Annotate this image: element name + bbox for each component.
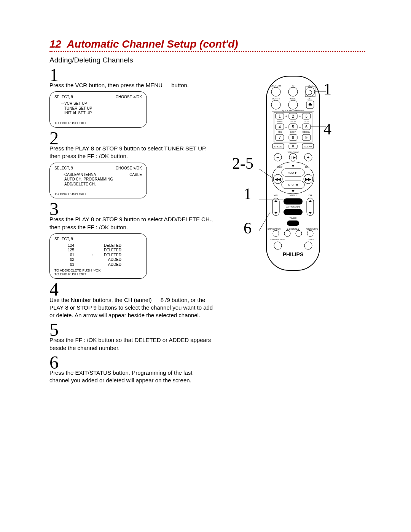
osd3-footer2: TO END PUSH EXIT xyxy=(54,272,142,276)
osd2-arrow-icon: → xyxy=(61,173,64,177)
lbl-quick: QUICK PROGRAMMING xyxy=(282,109,304,112)
btn-smartpicture[interactable] xyxy=(274,242,282,249)
lbl-cbldbs: CBL / DBS xyxy=(271,85,282,87)
svg-text:+: + xyxy=(285,115,287,118)
step-1-text: Press the VCR button, then press the MEN… xyxy=(49,81,213,89)
step-6-number: 6 xyxy=(49,354,213,371)
svg-text:CH: CH xyxy=(309,194,312,197)
svg-text:AUDIO/MUTE: AUDIO/MUTE xyxy=(306,228,318,230)
btn-skipsearch-l[interactable] xyxy=(273,230,279,236)
page-title: Automatic Channel Setup (cont'd) xyxy=(67,38,238,50)
svg-text:DBS: DBS xyxy=(278,131,282,133)
osd3-ch-2: 01 xyxy=(61,253,74,258)
osd2-select: SELECT, 9 xyxy=(54,166,73,170)
step-2-number: 2 xyxy=(49,130,213,146)
osd3-ch-0: 124 xyxy=(61,243,74,248)
svg-text:PLAY ▶: PLAY ▶ xyxy=(288,171,297,174)
svg-text:◀◀ INDEX ▶▶: ◀◀ INDEX ▶▶ xyxy=(287,228,299,230)
page-number: 12 xyxy=(49,38,61,50)
svg-text:–: – xyxy=(277,155,279,160)
osd3-st-3: ADDED xyxy=(108,257,121,262)
osd3-footer1: TO ADD/DELETE PUSH >/OK xyxy=(54,268,142,272)
btn-tv[interactable] xyxy=(288,87,298,96)
osd1-item3: INITIAL SET UP xyxy=(64,111,92,115)
step-2-text: Press the PLAY 8 or STOP 9 button to sel… xyxy=(49,145,213,160)
btn-index-r[interactable] xyxy=(296,230,302,236)
svg-text:SMARTPICTURE: SMARTPICTURE xyxy=(270,238,285,241)
btn-menu[interactable] xyxy=(284,198,303,204)
osd3-ch-1: 125 xyxy=(61,248,74,253)
btn-exitstatus[interactable] xyxy=(284,209,303,215)
osd-screen-1: SELECT, 9 CHOOSE >/OK →VCR SET UP TUNER … xyxy=(49,91,147,128)
btn-timer[interactable] xyxy=(287,220,299,226)
svg-text:+: + xyxy=(307,155,309,160)
svg-text:SPEED: SPEED xyxy=(274,145,282,148)
svg-text:8: 8 xyxy=(292,136,294,140)
step-6-text: Press the EXIT/STATUS button. Programmin… xyxy=(49,369,213,385)
section-subtitle: Adding/Deleting Channels xyxy=(49,56,365,64)
svg-text:❙▶: ❙▶ xyxy=(291,156,296,159)
step-3: 3 Press the PLAY 8 or STOP 9 button to s… xyxy=(49,201,213,279)
lbl-power: POWER xyxy=(289,97,298,100)
svg-text:STILL/SLOW: STILL/SLOW xyxy=(287,151,299,153)
btn-cbldbs[interactable] xyxy=(271,87,280,96)
osd-screen-3: SELECT, 9 124DELETED 125DELETED 01– – –→… xyxy=(49,233,147,279)
svg-text:STOP ■: STOP ■ xyxy=(288,184,298,186)
osd1-item1: VCR SET UP xyxy=(64,101,87,105)
osd1-item2: TUNER SET UP xyxy=(64,106,92,110)
osd3-select: SELECT, 9 xyxy=(54,237,73,241)
btn-index-l[interactable] xyxy=(284,230,290,236)
lbl-vcrtv: VCR/TV xyxy=(272,97,280,100)
svg-text:MENU: MENU xyxy=(290,194,296,197)
svg-text:TIMER: TIMER xyxy=(290,217,297,219)
svg-text:4: 4 xyxy=(279,125,281,129)
svg-text:◀◀: ◀◀ xyxy=(275,177,281,181)
svg-point-1 xyxy=(306,87,315,96)
osd2-l1b: CABLE xyxy=(129,173,142,177)
svg-text:0: 0 xyxy=(292,144,294,148)
btn-vcr[interactable] xyxy=(306,87,315,96)
step-5: 5 Press the FF : /OK button so that DELE… xyxy=(49,321,213,352)
svg-text:START: START xyxy=(277,120,283,123)
step-4-text: Use the Number buttons, the CH (annel) 8… xyxy=(49,296,213,320)
svg-text:VOL: VOL xyxy=(274,194,279,197)
step-4: 4 Use the Number buttons, the CH (annel)… xyxy=(49,281,213,319)
svg-text:STOP: STOP xyxy=(290,120,296,123)
svg-text:7: 7 xyxy=(279,136,281,140)
osd2-footer: TO END PUSH EXIT xyxy=(54,192,142,196)
svg-text:REW: REW xyxy=(277,166,282,168)
osd3-st-2: DELETED xyxy=(104,253,121,258)
svg-text:2: 2 xyxy=(292,114,294,118)
svg-text:SKIP SEARCH: SKIP SEARCH xyxy=(268,228,280,230)
svg-text:+: + xyxy=(299,115,301,118)
btn-eject[interactable] xyxy=(306,101,314,109)
svg-text:1: 1 xyxy=(279,114,281,118)
lbl-eject: EJECT xyxy=(306,97,314,100)
step-1: 1 Press the VCR button, then press the M… xyxy=(49,67,213,128)
lbl-tv: TV xyxy=(292,85,295,87)
btn-vcrtv[interactable] xyxy=(271,100,280,109)
svg-text:–: – xyxy=(285,125,287,129)
osd1-footer: TO END PUSH EXIT xyxy=(54,121,142,125)
btn-power[interactable] xyxy=(288,100,298,109)
svg-text:DAILY: DAILY xyxy=(290,131,296,133)
step-3-text: Press the PLAY 8 or STOP 9 button to sel… xyxy=(49,216,213,231)
osd2-choose: CHOOSE >/OK xyxy=(116,166,142,170)
step-6: 6 Press the EXIT/STATUS button. Programm… xyxy=(49,354,213,385)
osd2-l3: ADD/DELETE CH. xyxy=(64,182,96,186)
step-5-number: 5 xyxy=(49,321,213,338)
svg-text:5: 5 xyxy=(292,125,294,129)
osd-screen-2: SELECT, 9 CHOOSE >/OK →CABLE/ANTENNACABL… xyxy=(49,163,147,199)
step-1-number: 1 xyxy=(49,67,213,83)
btn-audiomute[interactable] xyxy=(307,230,313,236)
content: 1 Press the VCR button, then press the M… xyxy=(49,67,365,387)
title-row: 12 Automatic Channel Setup (cont'd) xyxy=(49,38,365,52)
osd3-ch-3: 02 xyxy=(61,257,74,262)
svg-text:6: 6 xyxy=(305,125,307,129)
svg-text:–: – xyxy=(299,125,301,129)
svg-text:3: 3 xyxy=(305,114,307,118)
svg-text:9: 9 xyxy=(305,136,307,140)
btn-otr[interactable] xyxy=(304,242,312,249)
step-5-text: Press the FF : /OK button so that DELETE… xyxy=(49,336,213,352)
osd3-st-0: DELETED xyxy=(104,243,121,248)
